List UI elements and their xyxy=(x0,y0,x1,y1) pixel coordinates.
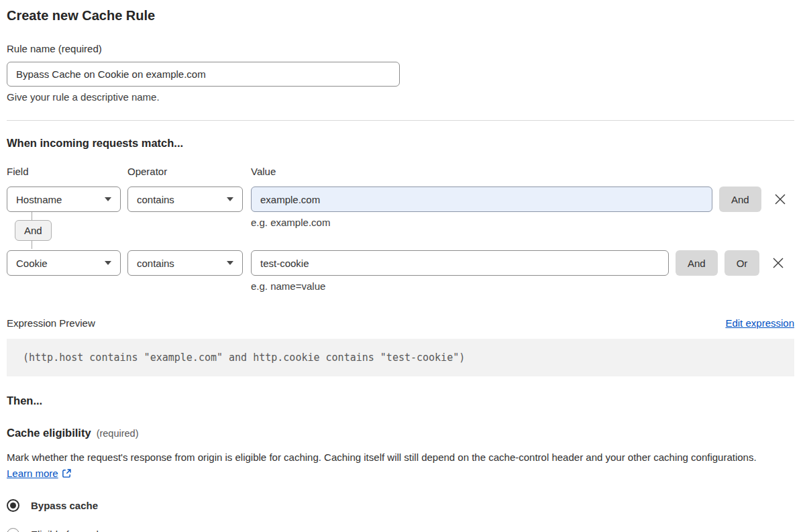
cache-eligibility-options: Bypass cache Eligible for cache xyxy=(7,499,794,532)
add-and-condition-button-1[interactable]: And xyxy=(719,187,761,212)
external-link-icon xyxy=(62,467,72,483)
operator-select-2[interactable]: contains xyxy=(127,250,243,276)
expression-header: Expression Preview Edit expression xyxy=(7,317,794,329)
connector-line-bottom xyxy=(32,241,32,249)
dropdown-caret-icon xyxy=(227,261,233,265)
condition-column-labels: Field Operator Value xyxy=(7,166,794,177)
required-note: (required) xyxy=(97,428,139,439)
edit-expression-link[interactable]: Edit expression xyxy=(725,317,794,329)
field-select-1[interactable]: Hostname xyxy=(7,187,121,212)
rule-name-helper: Give your rule a descriptive name. xyxy=(7,91,794,103)
rule-name-label: Rule name (required) xyxy=(7,43,794,55)
operator-column-label: Operator xyxy=(127,166,251,177)
field-select-2-value: Cookie xyxy=(16,258,48,269)
radio-unselected-icon[interactable] xyxy=(7,528,19,532)
condition-connector: And xyxy=(7,212,52,249)
rule-name-input[interactable] xyxy=(7,62,400,87)
connector-and-button[interactable]: And xyxy=(15,220,52,241)
add-and-condition-button-2[interactable]: And xyxy=(676,250,718,276)
value-hint-2: e.g. name=value xyxy=(251,276,794,292)
section-divider xyxy=(7,120,794,121)
dropdown-caret-icon xyxy=(227,197,233,201)
operator-select-2-value: contains xyxy=(137,258,174,269)
value-input-1[interactable] xyxy=(251,187,712,212)
add-or-condition-button-2[interactable]: Or xyxy=(724,250,760,276)
close-icon xyxy=(771,256,786,270)
create-cache-rule-form: Create new Cache Rule Rule name (require… xyxy=(0,0,805,532)
row-1-footer: e.g. example.com And xyxy=(7,212,794,250)
description-text: Mark whether the request's response from… xyxy=(7,451,757,463)
condition-row-2: Cookie contains And Or xyxy=(7,250,794,276)
remove-condition-button-1[interactable] xyxy=(773,187,788,212)
dropdown-caret-icon xyxy=(105,261,111,265)
value-column-label: Value xyxy=(251,166,794,177)
then-heading: Then... xyxy=(7,394,794,407)
radio-selected-icon[interactable] xyxy=(7,499,19,512)
learn-more-link[interactable]: Learn more xyxy=(7,468,58,479)
expression-preview-label: Expression Preview xyxy=(7,317,95,329)
connector-line-top xyxy=(32,212,32,220)
page-title: Create new Cache Rule xyxy=(7,0,794,23)
cache-eligibility-heading: Cache eligibility xyxy=(7,427,91,439)
value-input-2[interactable] xyxy=(251,250,669,276)
eligible-for-cache-option[interactable]: Eligible for cache xyxy=(7,528,794,532)
eligible-for-cache-label: Eligible for cache xyxy=(31,529,107,532)
match-heading: When incoming requests match... xyxy=(7,137,794,150)
field-select-1-value: Hostname xyxy=(16,194,62,205)
field-select-2[interactable]: Cookie xyxy=(7,250,121,276)
remove-condition-button-2[interactable] xyxy=(771,250,786,276)
field-column-label: Field xyxy=(7,166,127,177)
expression-code: (http.host contains "example.com" and ht… xyxy=(7,339,794,376)
close-icon xyxy=(773,192,788,207)
operator-select-1-value: contains xyxy=(137,194,174,205)
value-hint-1: e.g. example.com xyxy=(251,212,794,228)
cache-eligibility-description: Mark whether the request's response from… xyxy=(7,449,785,483)
dropdown-caret-icon xyxy=(105,197,111,201)
cache-eligibility-heading-row: Cache eligibility (required) xyxy=(7,427,794,439)
condition-row-1: Hostname contains And xyxy=(7,187,794,212)
operator-select-1[interactable]: contains xyxy=(127,187,243,212)
row-2-footer: e.g. name=value xyxy=(7,276,794,292)
bypass-cache-label: Bypass cache xyxy=(31,500,98,511)
bypass-cache-option[interactable]: Bypass cache xyxy=(7,499,794,512)
